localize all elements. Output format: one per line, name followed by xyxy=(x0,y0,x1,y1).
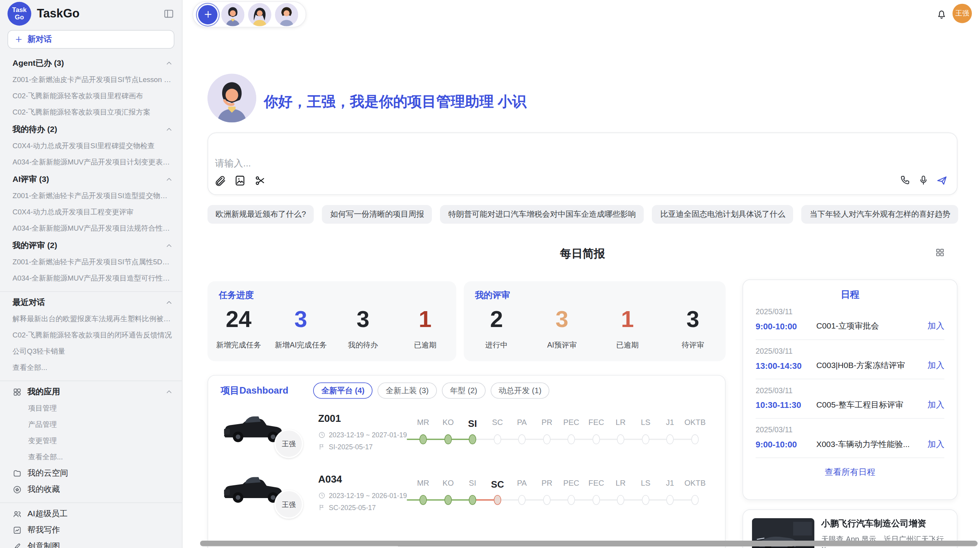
milestone-label: OKTB xyxy=(684,479,706,488)
list-item[interactable]: C02-飞腾新能源轻客改款项目立项汇报方案 xyxy=(12,104,173,120)
schedule-entry: 2025/03/11 9:00-10:00 C001-立项审批会 加入 xyxy=(743,307,957,332)
phone-icon[interactable] xyxy=(899,175,911,187)
taskgo-app: Task Go TaskGo 新对话 Agent已办 (3) Z001-全新燃油… xyxy=(0,0,980,548)
join-link[interactable]: 加入 xyxy=(927,439,944,450)
suggestion-chip[interactable]: 当下年轻人对汽车外观有怎样的喜好趋势 xyxy=(802,205,958,224)
sidebar-item-cloud-space[interactable]: 我的云空间 xyxy=(12,465,173,481)
sidebar-item-help-me-write[interactable]: 帮我写作 xyxy=(12,522,173,538)
stat-label: AI预评审 xyxy=(529,340,595,350)
add-agent-button[interactable] xyxy=(198,5,218,24)
chevron-up-icon xyxy=(165,298,173,307)
tab-powertrain[interactable]: 动总开发 (1) xyxy=(490,382,550,399)
group-header-recent-chats[interactable]: 最近对话 xyxy=(12,295,173,311)
stat-value: 24 xyxy=(207,307,270,331)
suggestion-chip[interactable]: 如何写一份清晰的项目周报 xyxy=(322,205,432,224)
schedule-date: 2025/03/11 xyxy=(756,307,944,316)
clock-icon xyxy=(318,492,326,499)
project-date-range: 2023-12-19 ~ 2026-01-19 xyxy=(329,492,407,499)
milestone-line-done xyxy=(407,499,473,500)
list-item[interactable]: Z001-全新燃油轻卡产品开发项目SI节点属性5D文件评审 xyxy=(12,254,173,270)
avatar[interactable] xyxy=(275,3,298,26)
list-item[interactable]: Z001-全新燃油轻卡产品开发项目SI造型提交物评审 xyxy=(12,187,173,204)
list-item[interactable]: C02-飞腾新能源轻客改款项目里程碑画布 xyxy=(12,87,173,104)
sidebar-scroll: Agent已办 (3) Z001-全新燃油皮卡产品开发项目SI节点Lesson … xyxy=(0,53,182,548)
sidebar-item-project-mgmt[interactable]: 项目管理 xyxy=(12,400,173,416)
plus-icon xyxy=(14,35,23,44)
list-item[interactable]: A034-全新新能源MUV产品开发项目法规符合性评审 xyxy=(12,220,173,236)
grid-layout-icon[interactable] xyxy=(935,247,945,257)
dashboard-filter-tabs: 全新平台 (4) 全新上装 (3) 年型 (2) 动总开发 (1) xyxy=(314,382,550,399)
list-item[interactable]: A034-全新新能源MUV产品开发项目造型可行性评审 xyxy=(12,270,173,286)
milestone-dot xyxy=(642,495,649,505)
sidebar-item-creative-drawing[interactable]: 创意制图 xyxy=(12,538,173,548)
join-link[interactable]: 加入 xyxy=(927,360,944,371)
notification-bell-icon[interactable] xyxy=(935,8,947,20)
send-icon[interactable] xyxy=(935,175,948,187)
sidebar-item-product-mgmt[interactable]: 产品管理 xyxy=(12,416,173,432)
avatar[interactable] xyxy=(248,3,271,26)
group-header-agent-done[interactable]: Agent已办 (3) xyxy=(12,55,173,71)
join-link[interactable]: 加入 xyxy=(927,399,944,411)
tab-new-body[interactable]: 全新上装 (3) xyxy=(378,382,437,399)
sidebar-item-my-apps[interactable]: 我的应用 xyxy=(12,384,173,400)
scissors-icon[interactable] xyxy=(254,175,266,187)
input-right-icons xyxy=(899,175,948,187)
image-icon[interactable] xyxy=(234,175,246,187)
suggestion-chip[interactable]: 特朗普可能对进口汽车增税会对中国车企造成哪些影响 xyxy=(440,205,644,224)
sidebar-header: Task Go TaskGo xyxy=(0,0,182,27)
milestone-label: SI xyxy=(469,479,476,488)
sidebar-item-change-mgmt[interactable]: 变更管理 xyxy=(12,432,173,449)
group-header-my-todo[interactable]: 我的待办 (2) xyxy=(12,121,173,137)
milestone-label: FEC xyxy=(588,418,604,427)
list-item[interactable]: A034-全新新能源MUV产品开发项目计划变更表编写 xyxy=(12,154,173,170)
milestone-track: MR KO SI SC PA PR PEC FEC LR LS J1 OKTB xyxy=(407,409,707,459)
sidebar-item-ai-super-staff[interactable]: AI超级员工 xyxy=(12,505,173,522)
clock-icon xyxy=(318,431,326,438)
flag-icon xyxy=(318,504,326,511)
milestone-label: LS xyxy=(641,479,651,488)
project-flag: SC-2025-05-17 xyxy=(318,504,376,511)
list-item[interactable]: 公司Q3轻卡销量 xyxy=(12,343,173,360)
group-header-my-review[interactable]: 我的评审 (2) xyxy=(12,238,173,254)
new-chat-button[interactable]: 新对话 xyxy=(7,30,174,49)
schedule-event: C005-整车工程目标评审 xyxy=(816,399,927,411)
view-all-apps[interactable]: 查看全部... xyxy=(12,449,173,465)
suggestion-chips: 欧洲新规最近颁布了什么? 如何写一份清晰的项目周报 特朗普可能对进口汽车增税会对… xyxy=(207,205,958,224)
tab-year-model[interactable]: 年型 (2) xyxy=(442,382,485,399)
avatar[interactable] xyxy=(221,3,245,26)
logo-line2: Go xyxy=(15,14,24,21)
list-item[interactable]: 解释最新出台的欧盟报废车法规再生塑料比例被调至15%... xyxy=(12,311,173,327)
project-name: Z001 xyxy=(318,413,341,424)
schedule-date: 2025/03/11 xyxy=(756,347,944,356)
chevron-up-icon xyxy=(165,388,173,396)
milestone-dot xyxy=(420,434,427,444)
stat: 24 新增完成任务 xyxy=(207,307,270,350)
schedule-entry: 2025/03/11 10:30-11:30 C005-整车工程目标评审 加入 xyxy=(743,386,957,411)
project-owner-avatar: 王强 xyxy=(274,490,303,519)
join-link[interactable]: 加入 xyxy=(927,320,944,332)
group-header-ai-review[interactable]: AI评审 (3) xyxy=(12,171,173,187)
list-item[interactable]: C02-飞腾新能源轻客改款项目的闭环通告反馈情况 xyxy=(12,327,173,343)
horizontal-scrollbar[interactable] xyxy=(200,541,978,546)
chat-input[interactable] xyxy=(214,157,779,169)
stat-label: 新增AI完成任务 xyxy=(270,340,332,350)
suggestion-chip[interactable]: 欧洲新规最近颁布了什么? xyxy=(207,205,314,224)
tab-all-platform[interactable]: 全新平台 (4) xyxy=(314,382,373,399)
view-all-schedule-link[interactable]: 查看所有日程 xyxy=(743,467,957,478)
list-item[interactable]: C0X4-动力总成开发项目SI里程碑提交物检查 xyxy=(12,137,173,154)
project-row[interactable]: 王强 A034 2023-12-19 ~ 2026-01-19 SC-2025-… xyxy=(208,466,725,527)
sidebar-collapse-icon[interactable] xyxy=(163,8,174,19)
project-row[interactable]: 王强 Z001 2023-12-19 ~ 2027-01-19 SI-2025-… xyxy=(208,406,725,466)
milestone-label: PR xyxy=(541,479,552,488)
milestone-dot xyxy=(691,434,699,444)
sidebar-item-favorites[interactable]: 我的收藏 xyxy=(12,481,173,497)
attachment-icon[interactable] xyxy=(214,175,226,187)
schedule-time: 10:30-11:30 xyxy=(756,400,816,409)
list-item[interactable]: Z001-全新燃油皮卡产品开发项目SI节点Lesson Learn报告 xyxy=(12,71,173,87)
list-item[interactable]: C0X4-动力总成开发项目工程变更评审 xyxy=(12,204,173,220)
microphone-icon[interactable] xyxy=(918,175,930,187)
view-all-chats[interactable]: 查看全部... xyxy=(12,360,173,376)
user-avatar[interactable]: 王强 xyxy=(953,4,972,23)
stat-label: 已逾期 xyxy=(595,340,660,350)
suggestion-chip[interactable]: 比亚迪全固态电池计划具体说了什么 xyxy=(652,205,793,224)
